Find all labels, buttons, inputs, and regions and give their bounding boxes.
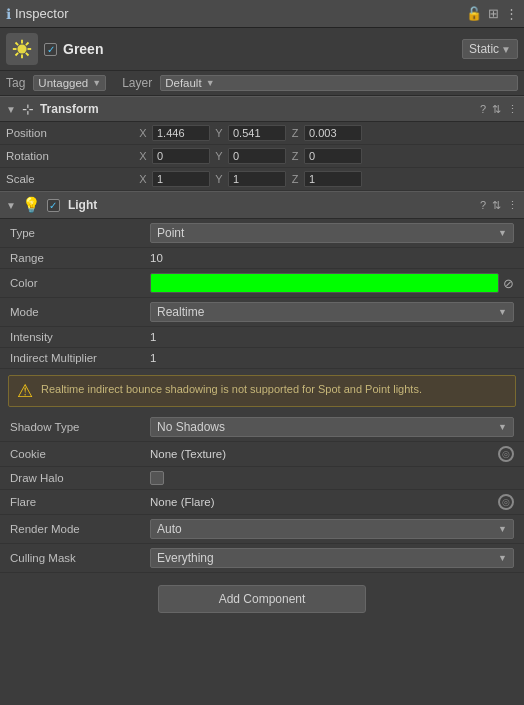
mode-dropdown-arrow: ▼ — [498, 307, 507, 317]
light-collapse-arrow[interactable]: ▼ — [6, 200, 16, 211]
cookie-picker-icon[interactable]: ◎ — [498, 446, 514, 462]
add-component-button[interactable]: Add Component — [158, 585, 367, 613]
layer-dropdown-arrow: ▼ — [206, 78, 215, 88]
render-mode-label: Render Mode — [10, 523, 150, 535]
transform-menu-icon[interactable]: ⋮ — [507, 103, 518, 116]
cookie-row: Cookie None (Texture) ◎ — [0, 442, 524, 467]
scale-x-label: X — [136, 173, 150, 185]
render-mode-dropdown[interactable]: Auto ▼ — [150, 519, 514, 539]
flare-label: Flare — [10, 496, 150, 508]
range-label: Range — [10, 252, 150, 264]
type-row: Type Point ▼ — [0, 219, 524, 248]
mode-dropdown[interactable]: Realtime ▼ — [150, 302, 514, 322]
light-settings-icon[interactable]: ⇅ — [492, 199, 501, 212]
culling-label: Culling Mask — [10, 552, 150, 564]
type-dropdown-arrow: ▼ — [498, 228, 507, 238]
object-name: Green — [63, 41, 103, 57]
tag-dropdown-arrow: ▼ — [92, 78, 101, 88]
transform-settings-icon[interactable]: ⇅ — [492, 103, 501, 116]
scale-y-label: Y — [212, 173, 226, 185]
range-row: Range 10 — [0, 248, 524, 269]
object-row: ✓ Green Static ▼ — [0, 28, 524, 71]
menu-icon[interactable]: ⋮ — [505, 6, 518, 21]
scale-x-input[interactable] — [152, 171, 210, 187]
transform-help-icon[interactable]: ? — [480, 103, 486, 116]
object-enabled-checkbox[interactable]: ✓ — [44, 43, 57, 56]
light-enabled-checkbox[interactable]: ✓ — [47, 199, 60, 212]
rotation-row: Rotation X Y Z — [0, 145, 524, 168]
flare-picker-icon[interactable]: ◎ — [498, 494, 514, 510]
svg-line-7 — [26, 43, 29, 46]
indirect-row: Indirect Multiplier 1 — [0, 348, 524, 369]
tag-layer-row: Tag Untagged ▼ Layer Default ▼ — [0, 71, 524, 96]
intensity-label: Intensity — [10, 331, 150, 343]
add-component-section: Add Component — [0, 573, 524, 625]
draw-halo-checkbox[interactable] — [150, 471, 164, 485]
position-y-input[interactable] — [228, 125, 286, 141]
cookie-label: Cookie — [10, 448, 150, 460]
layer-label: Layer — [122, 76, 152, 90]
rotation-x-input[interactable] — [152, 148, 210, 164]
layer-dropdown[interactable]: Default ▼ — [160, 75, 518, 91]
range-value: 10 — [150, 252, 514, 264]
cookie-value-row: None (Texture) ◎ — [150, 446, 514, 462]
transform-section-header: ▼ ⊹ Transform ? ⇅ ⋮ — [0, 96, 524, 122]
indirect-label: Indirect Multiplier — [10, 352, 150, 364]
svg-line-8 — [16, 53, 19, 56]
indirect-value: 1 — [150, 352, 514, 364]
scale-label: Scale — [6, 173, 136, 185]
position-z-input[interactable] — [304, 125, 362, 141]
light-section-header: ▼ 💡 ✓ Light ? ⇅ ⋮ — [0, 191, 524, 219]
culling-dropdown-arrow: ▼ — [498, 553, 507, 563]
transform-title: Transform — [40, 102, 474, 116]
lock-icon[interactable]: 🔓 — [466, 6, 482, 21]
light-fields-2: Shadow Type No Shadows ▼ Cookie None (Te… — [0, 413, 524, 573]
layout-icon[interactable]: ⊞ — [488, 6, 499, 21]
color-row: Color ⊘ — [0, 269, 524, 298]
scale-row: Scale X Y Z — [0, 168, 524, 191]
mode-row: Mode Realtime ▼ — [0, 298, 524, 327]
position-z-label: Z — [288, 127, 302, 139]
rotation-z-input[interactable] — [304, 148, 362, 164]
culling-dropdown[interactable]: Everything ▼ — [150, 548, 514, 568]
scale-y-input[interactable] — [228, 171, 286, 187]
color-picker-icon[interactable]: ⊘ — [503, 276, 514, 291]
position-x-label: X — [136, 127, 150, 139]
svg-line-6 — [26, 53, 29, 56]
scale-z-label: Z — [288, 173, 302, 185]
flare-value-row: None (Flare) ◎ — [150, 494, 514, 510]
rotation-x-label: X — [136, 150, 150, 162]
light-menu-icon[interactable]: ⋮ — [507, 199, 518, 212]
transform-collapse-arrow[interactable]: ▼ — [6, 104, 16, 115]
cookie-value: None (Texture) — [150, 448, 494, 460]
tag-dropdown[interactable]: Untagged ▼ — [33, 75, 106, 91]
static-button[interactable]: Static ▼ — [462, 39, 518, 59]
svg-line-5 — [16, 43, 19, 46]
warning-box: ⚠ Realtime indirect bounce shadowing is … — [8, 375, 516, 407]
flare-value: None (Flare) — [150, 496, 494, 508]
title-bar: ℹ Inspector 🔓 ⊞ ⋮ — [0, 0, 524, 28]
rotation-y-label: Y — [212, 150, 226, 162]
shadow-dropdown-arrow: ▼ — [498, 422, 507, 432]
type-dropdown[interactable]: Point ▼ — [150, 223, 514, 243]
inspector-icon: ℹ — [6, 6, 11, 22]
render-mode-dropdown-arrow: ▼ — [498, 524, 507, 534]
culling-row: Culling Mask Everything ▼ — [0, 544, 524, 573]
static-dropdown-arrow: ▼ — [501, 44, 511, 55]
light-help-icon[interactable]: ? — [480, 199, 486, 212]
color-swatch[interactable] — [150, 273, 499, 293]
shadow-dropdown[interactable]: No Shadows ▼ — [150, 417, 514, 437]
light-title: Light — [68, 198, 474, 212]
rotation-label: Rotation — [6, 150, 136, 162]
shadow-row: Shadow Type No Shadows ▼ — [0, 413, 524, 442]
static-label: Static — [469, 42, 499, 56]
scale-z-input[interactable] — [304, 171, 362, 187]
position-y-label: Y — [212, 127, 226, 139]
color-label: Color — [10, 277, 150, 289]
svg-point-0 — [17, 44, 26, 53]
rotation-y-input[interactable] — [228, 148, 286, 164]
position-x-input[interactable] — [152, 125, 210, 141]
intensity-row: Intensity 1 — [0, 327, 524, 348]
warning-text: Realtime indirect bounce shadowing is no… — [41, 382, 422, 397]
light-bulb-icon: 💡 — [22, 196, 41, 214]
